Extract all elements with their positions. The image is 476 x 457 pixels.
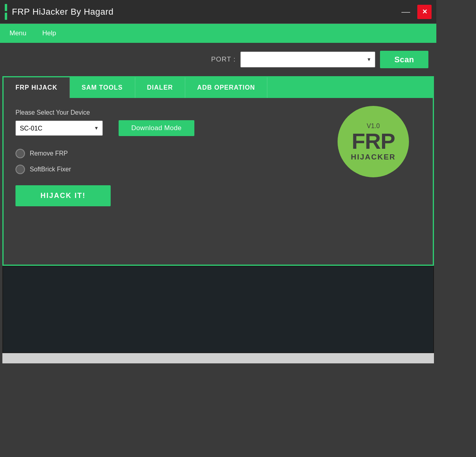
close-button[interactable]: ✕ [417, 5, 432, 19]
port-select[interactable] [240, 52, 375, 67]
title-bar: FRP HiJacker By Hagard — ✕ [0, 0, 436, 24]
radio-circle-remove-frp [15, 149, 25, 158]
hijack-button[interactable]: HIJACK IT! [15, 185, 111, 206]
status-bar [2, 353, 434, 363]
log-area [2, 266, 434, 353]
app-title: FRP HiJacker By Hagard [12, 7, 113, 17]
download-mode-button[interactable]: Download Mode [119, 120, 194, 136]
menu-item-help[interactable]: Help [39, 27, 60, 40]
tab-adb-operation[interactable]: ADB OPERATION [185, 77, 267, 98]
port-area: PORT : Scan [0, 43, 436, 76]
radio-label-softbrick-fixer: SoftBrick Fixer [30, 166, 71, 173]
main-area: FRP HIJACK SAM TOOLS DIALER ADB OPERATIO… [2, 76, 434, 266]
tab-sam-tools[interactable]: SAM TOOLS [70, 77, 135, 98]
frp-logo: V1.0 FRP HIJACKER [338, 106, 409, 177]
menu-bar: Menu Help [0, 24, 436, 43]
menu-item-menu[interactable]: Menu [6, 27, 30, 40]
tab-frp-hijack[interactable]: FRP HIJACK [4, 77, 70, 98]
radio-label-remove-frp: Remove FRP [30, 150, 68, 157]
scan-button[interactable]: Scan [380, 51, 428, 68]
content-panel: V1.0 FRP HIJACKER Please Select Your Dev… [4, 98, 433, 265]
title-bar-left: FRP HiJacker By Hagard [5, 4, 113, 20]
app-icon [5, 4, 7, 20]
window-controls: — ✕ [397, 5, 432, 19]
radio-circle-softbrick-fixer [15, 165, 25, 174]
port-label: PORT : [211, 56, 236, 63]
device-select-wrap: SC-01C [15, 121, 103, 136]
logo-frp: FRP [352, 130, 395, 152]
tab-bar: FRP HIJACK SAM TOOLS DIALER ADB OPERATIO… [4, 77, 433, 98]
port-select-wrap [240, 52, 375, 67]
tab-dialer[interactable]: DIALER [135, 77, 186, 98]
minimize-button[interactable]: — [397, 6, 414, 18]
logo-hijacker: HIJACKER [351, 153, 395, 161]
device-select[interactable]: SC-01C [15, 121, 103, 136]
